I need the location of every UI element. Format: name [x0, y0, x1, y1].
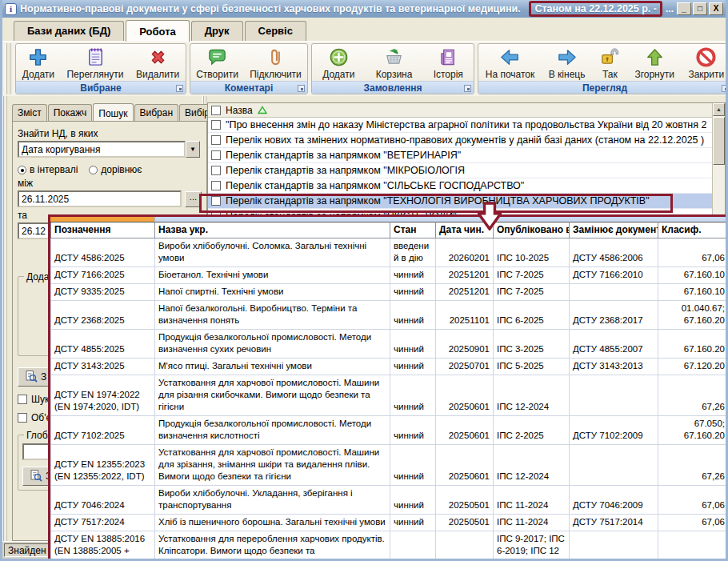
table-cell: чинний: [390, 284, 436, 301]
dialog-launcher-icon[interactable]: [722, 85, 728, 92]
table-cell: ДСТУ 4586:2006: [570, 238, 658, 267]
table-row-11[interactable]: ДСТУ EN 13885:2016 (EN 13885:2005 +Устат…: [51, 531, 728, 560]
ribbon-button-додати[interactable]: Додати: [319, 46, 358, 81]
minimize-button[interactable]: _: [677, 2, 691, 15]
table-header-row: ПозначенняНазва укр.СтанДата чин.Опублік…: [51, 222, 728, 238]
close-button[interactable]: X: [709, 2, 723, 15]
menu-tab-1[interactable]: Робота: [126, 20, 190, 42]
list-item-5[interactable]: Перелік стандартів за напрямком "ТЕХНОЛО…: [208, 194, 725, 209]
checkbox-icon[interactable]: [211, 150, 221, 160]
dialog-launcher-icon[interactable]: [464, 85, 471, 92]
checkbox-icon[interactable]: [211, 135, 221, 145]
checkbox-icon[interactable]: [211, 181, 221, 190]
sidebar-tab-3[interactable]: Вибран: [134, 104, 179, 122]
table-row-1[interactable]: ДСТУ 7166:2025Біоетанол. Технічні умович…: [51, 267, 728, 284]
table-cell: Хліб із пшеничного борошна. Загальні тех…: [155, 515, 390, 531]
ribbon-button-історія[interactable]: Історія: [430, 46, 466, 81]
table-row-8[interactable]: ДСТУ EN 12355:2023 (EN 12355:2022, IDT)У…: [51, 445, 728, 486]
ribbon-button-переглянути[interactable]: Переглянути: [63, 46, 126, 81]
ribbon-group-2: ДодатиКорзинаІсторіяЗамовлення: [311, 43, 474, 94]
table-row-5[interactable]: ДСТУ 3143:2025М'ясо птиці. Загальні техн…: [51, 359, 728, 375]
ribbon-button-закрити[interactable]: Закрити: [685, 46, 727, 81]
results-popup: ПозначенняНазва укр.СтанДата чин.Опублік…: [48, 214, 728, 561]
table-cell: 20250701: [436, 359, 494, 375]
sidebar-tab-4[interactable]: Вибірка: [179, 104, 210, 122]
menu-tab-3[interactable]: Сервіс: [245, 21, 306, 41]
ribbon-button-додати[interactable]: Додати: [19, 46, 58, 81]
list-item-4[interactable]: Перелік стандартів за напрямком "СІЛЬСЬК…: [208, 178, 725, 194]
window-title: Нормативно-правові документи у сфері без…: [20, 3, 524, 14]
table-col-header-6[interactable]: Класиф.: [658, 222, 728, 238]
dialog-launcher-icon[interactable]: [298, 85, 305, 92]
ribbon-button-створити[interactable]: Створити: [193, 46, 242, 81]
list-item-0[interactable]: "Про внесення змін до наказу Міністерств…: [208, 118, 725, 133]
list-header[interactable]: Назва: [208, 103, 725, 118]
checkbox-icon[interactable]: [211, 120, 221, 130]
list-header-label: Назва: [226, 105, 253, 116]
chevron-down-icon[interactable]: ▼: [186, 141, 200, 158]
table-col-header-5[interactable]: Замінює документи: [570, 222, 658, 238]
ribbon-grip: [6, 43, 12, 94]
radio-equals[interactable]: дорівнює: [89, 164, 142, 175]
list-item-2[interactable]: Перелік стандартів за напрямком "ВЕТЕРИН…: [208, 148, 725, 163]
panel-grip: [2, 96, 9, 541]
menu-tab-2[interactable]: Друк: [191, 21, 243, 41]
list-item-3[interactable]: Перелік стандартів за напрямком "МІКРОБІ…: [208, 163, 725, 178]
ribbon-button-на-початок[interactable]: На початок: [482, 46, 538, 81]
list-item-1[interactable]: Перелік нових та змінених нормативно-пра…: [208, 133, 725, 148]
table-row-10[interactable]: ДСТУ 7517:2024Хліб із пшеничного борошна…: [51, 515, 728, 531]
maximize-button[interactable]: □: [693, 2, 707, 15]
table-cell: 20250601: [436, 375, 494, 416]
table-row-3[interactable]: ДСТУ 2368:2025Напої безалкогольні. Вироб…: [51, 301, 728, 330]
table-row-6[interactable]: ДСТУ EN 1974:2022 (EN 1974:2020, IDT)Уст…: [51, 375, 728, 416]
ribbon-button-видалити[interactable]: Видалити: [133, 46, 182, 81]
table-cell: [390, 531, 436, 560]
table-cell: ІПС 10-2025: [494, 238, 570, 267]
checkbox-icon[interactable]: [211, 166, 221, 175]
sidebar-tab-1[interactable]: Покажч: [48, 104, 93, 122]
ribbon-button-підключити[interactable]: Підключити: [246, 46, 305, 81]
menu-tab-bar: Бази даних (БД)РоботаДрукСервіс: [2, 18, 726, 42]
ribbon-button-так[interactable]: Так: [596, 46, 624, 81]
plus-blue-icon: [27, 46, 49, 68]
list-item-label: Перелік нових та змінених нормативно-пра…: [226, 134, 704, 146]
ribbon-button-label: Підключити: [250, 69, 302, 80]
dialog-launcher-icon[interactable]: [176, 85, 183, 92]
field-combobox[interactable]: ▼: [18, 141, 200, 158]
table-cell: ДСТУ 4855:2025: [51, 330, 155, 359]
scroll-thumb[interactable]: [713, 117, 725, 165]
date-from-browse-button[interactable]: ...: [185, 191, 202, 207]
table-row-7[interactable]: ДСТУ 7102:2025Продукція безалкогольної п…: [51, 416, 728, 445]
table-row-2[interactable]: ДСТУ 9335:2025Напої спиртні. Технічні ум…: [51, 284, 728, 301]
ribbon-groups: ДодатиПереглянутиВидалитиВибранеСтворити…: [15, 43, 728, 94]
table-cell: М'ясо птиці. Загальні технічні умови: [155, 359, 390, 375]
checkbox-icon[interactable]: [211, 196, 221, 206]
table-row-4[interactable]: ДСТУ 4855:2025Продукція безалкогольної п…: [51, 330, 728, 359]
sidebar-tab-2[interactable]: Пошук: [93, 103, 133, 122]
table-row-9[interactable]: ДСТУ 7046:2024Вироби хлібобулочні. Уклад…: [51, 486, 728, 515]
date-from-input[interactable]: [18, 190, 182, 207]
ribbon-button-корзина[interactable]: Корзина: [373, 46, 416, 81]
table-cell: ДСТУ 2368:2025: [51, 301, 155, 330]
table-row-0[interactable]: ДСТУ 4586:2025Вироби хлібобулочні. Солом…: [51, 238, 728, 267]
menu-tab-0[interactable]: Бази даних (БД): [14, 21, 124, 41]
ribbon-button-згорнути[interactable]: Згорнути: [631, 46, 678, 81]
table-col-header-0[interactable]: Позначення: [51, 222, 155, 238]
table-col-header-4[interactable]: Опубліковано в: [494, 222, 570, 238]
table-cell: [570, 375, 658, 416]
ribbon-button-в-кінець[interactable]: В кінець: [546, 46, 589, 81]
title-ellipsis: ...: [666, 3, 674, 14]
scroll-up-icon[interactable]: ▲: [713, 103, 725, 116]
table-col-header-2[interactable]: Стан: [390, 222, 436, 238]
field-combobox-input[interactable]: [18, 141, 186, 158]
find-label: Знайти НД, в яких: [18, 128, 202, 139]
table-cell: ІПС 7-2025: [494, 284, 570, 301]
table-cell: 20250601: [436, 416, 494, 445]
header-checkbox[interactable]: [211, 106, 221, 115]
table-cell: Вироби хлібобулочні. Укладання, зберіган…: [155, 486, 390, 515]
sidebar-tab-0[interactable]: Зміст: [12, 104, 47, 122]
table-col-header-1[interactable]: Назва укр.: [155, 222, 390, 238]
checkbox-icon: [18, 395, 27, 404]
popup-strip-blue: [154, 217, 728, 222]
radio-interval[interactable]: в інтервалі: [18, 164, 78, 175]
